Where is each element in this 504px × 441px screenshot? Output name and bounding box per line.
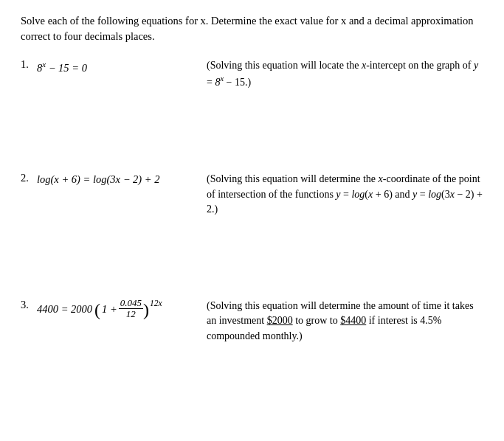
spacer-2: [21, 239, 483, 298]
problem-2-number: 2.: [21, 171, 37, 184]
problem-1-note: (Solving this equation will locate the x…: [207, 58, 483, 90]
spacer-1: [21, 112, 483, 171]
problem-3: 3. 4400 = 2000 ( 1 + 0.045 12 ) 12x (Sol…: [21, 298, 483, 344]
problem-3-note: (Solving this equation will determine th…: [207, 298, 483, 344]
problem-2-equation: log(x + 6) = log(3x − 2) + 2: [37, 171, 207, 188]
problem-1-equation: 8x − 15 = 0: [37, 58, 207, 77]
problem-1-number: 1.: [21, 58, 37, 71]
problem-2: 2. log(x + 6) = log(3x − 2) + 2 (Solving…: [21, 171, 483, 217]
problem-3-equation: 4400 = 2000 ( 1 + 0.045 12 ) 12x: [37, 298, 207, 321]
problem-3-number: 3.: [21, 298, 37, 311]
problem-1: 1. 8x − 15 = 0 (Solving this equation wi…: [21, 58, 483, 90]
problem-2-note: (Solving this equation will determine th…: [207, 171, 483, 217]
instructions: Solve each of the following equations fo…: [21, 13, 483, 44]
